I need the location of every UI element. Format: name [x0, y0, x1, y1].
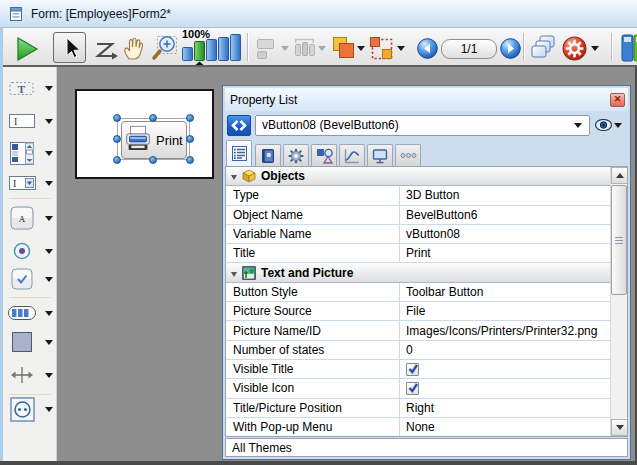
- gear-tab-icon: [288, 148, 304, 164]
- group-button[interactable]: [369, 36, 395, 61]
- check-box-dropdown-arrow[interactable]: [45, 277, 53, 282]
- distribute-button[interactable]: [292, 36, 317, 59]
- tool-check-box[interactable]: [3, 265, 57, 293]
- view-options-button[interactable]: [590, 119, 626, 131]
- combo-box-dropdown-arrow[interactable]: [45, 181, 53, 186]
- plugin-area-dropdown-arrow[interactable]: [45, 407, 53, 412]
- selection-handle[interactable]: [186, 135, 194, 143]
- splitter-dropdown-arrow[interactable]: [45, 373, 53, 378]
- zoom-level-bars[interactable]: [182, 34, 242, 65]
- selection-handle[interactable]: [113, 114, 121, 122]
- next-page-button[interactable]: [500, 38, 521, 59]
- property-value: File: [406, 304, 425, 318]
- property-section-header[interactable]: Objects: [226, 167, 610, 186]
- eye-icon: [595, 119, 612, 131]
- property-label: Picture Name/ID: [226, 324, 399, 338]
- property-row[interactable]: Visible Icon: [226, 379, 610, 398]
- scroll-thumb[interactable]: [611, 185, 627, 295]
- entry-order-button[interactable]: [93, 38, 118, 62]
- property-scrollbar[interactable]: [610, 167, 627, 436]
- property-tab-book[interactable]: [255, 144, 281, 166]
- previous-page-button[interactable]: [417, 38, 438, 59]
- property-label: With Pop-up Menu: [226, 420, 399, 434]
- button-dropdown-arrow[interactable]: [45, 216, 53, 221]
- selection-tool-button[interactable]: [53, 32, 86, 63]
- selection-handle[interactable]: [113, 156, 121, 164]
- display-views-button[interactable]: [529, 34, 557, 62]
- selection-handle[interactable]: [149, 114, 157, 122]
- move-tool-button[interactable]: [121, 34, 147, 62]
- tool-list-box[interactable]: [3, 139, 57, 167]
- close-button[interactable]: ✕: [610, 93, 625, 107]
- tool-progress-indicator[interactable]: [3, 299, 57, 327]
- distribute-dropdown-arrow[interactable]: [318, 46, 326, 51]
- zoom-tool-button[interactable]: [150, 33, 179, 63]
- property-section-header[interactable]: Text and Picture: [226, 263, 610, 282]
- property-tab-more[interactable]: [395, 144, 421, 166]
- property-label: Visible Icon: [226, 381, 399, 395]
- collapse-arrow-icon[interactable]: [231, 272, 237, 277]
- tool-rectangle[interactable]: [3, 328, 57, 356]
- object-selector-combobox[interactable]: vButton08 (BevelButton6): [255, 115, 590, 136]
- book-tab-icon: [260, 148, 276, 164]
- toolbar: 100% 1/1: [0, 28, 637, 67]
- property-label: Variable Name: [226, 227, 399, 241]
- tool-plugin-area[interactable]: [3, 395, 57, 423]
- property-row[interactable]: Title/Picture PositionRight: [226, 399, 610, 418]
- property-tab-curve[interactable]: [339, 144, 365, 166]
- checkbox-checked[interactable]: [406, 382, 419, 395]
- tool-button[interactable]: A: [3, 204, 57, 232]
- property-row[interactable]: Button StyleToolbar Button: [226, 283, 610, 302]
- execute-form-button[interactable]: [14, 36, 40, 62]
- level-dropdown-arrow[interactable]: [357, 46, 365, 51]
- property-list-titlebar[interactable]: Property List ✕: [225, 88, 628, 111]
- preferences-button[interactable]: [562, 36, 587, 61]
- selection-handle[interactable]: [113, 135, 121, 143]
- property-tab-shapes[interactable]: [311, 144, 337, 166]
- group-dropdown-arrow[interactable]: [397, 46, 405, 51]
- checkbox-checked[interactable]: [406, 363, 419, 376]
- property-row[interactable]: Type3D Button: [226, 186, 610, 205]
- print-button-object[interactable]: Print: [121, 121, 187, 159]
- page-indicator[interactable]: 1/1: [441, 39, 497, 59]
- scroll-up-button[interactable]: [611, 167, 628, 184]
- property-row[interactable]: Picture SourceFile: [226, 302, 610, 321]
- align-button[interactable]: [256, 37, 276, 59]
- object-navigator-button[interactable]: [227, 115, 251, 136]
- property-row[interactable]: Visible Title: [226, 360, 610, 379]
- property-row[interactable]: Variable NamevButton08: [226, 225, 610, 244]
- property-row[interactable]: With Pop-up MenuNone: [226, 418, 610, 437]
- property-value: 3D Button: [406, 188, 459, 202]
- align-dropdown-arrow[interactable]: [281, 46, 289, 51]
- tool-splitter[interactable]: [3, 361, 57, 389]
- scroll-down-button[interactable]: [611, 419, 628, 436]
- property-tab-list[interactable]: [226, 140, 252, 166]
- property-tab-display[interactable]: [367, 144, 393, 166]
- text-dropdown-arrow[interactable]: [45, 86, 53, 91]
- tool-text[interactable]: T: [3, 74, 57, 102]
- tool-input[interactable]: I: [3, 107, 57, 135]
- list-box-icon: [3, 142, 41, 165]
- property-value: Images/Icons/Printers/Printer32.png: [406, 324, 597, 338]
- rectangle-dropdown-arrow[interactable]: [45, 340, 53, 345]
- tool-radio-button[interactable]: [3, 237, 57, 265]
- property-row[interactable]: Picture Name/IDImages/Icons/Printers/Pri…: [226, 321, 610, 340]
- collapse-arrow-icon[interactable]: [231, 175, 237, 180]
- themes-bar[interactable]: All Themes: [225, 438, 628, 457]
- property-tab-gear[interactable]: [283, 144, 309, 166]
- list-box-dropdown-arrow[interactable]: [45, 151, 53, 156]
- selection-handle[interactable]: [149, 156, 157, 164]
- input-dropdown-arrow[interactable]: [45, 119, 53, 124]
- radio-button-dropdown-arrow[interactable]: [45, 249, 53, 254]
- tool-combo-box[interactable]: I: [3, 169, 57, 197]
- progress-indicator-dropdown-arrow[interactable]: [45, 311, 53, 316]
- property-row[interactable]: Number of states0: [226, 341, 610, 360]
- library-button[interactable]: [621, 33, 637, 62]
- property-row[interactable]: TitlePrint: [226, 244, 610, 263]
- level-button[interactable]: [331, 36, 356, 61]
- property-value: Print: [406, 246, 431, 260]
- selection-handle[interactable]: [186, 114, 194, 122]
- selection-handle[interactable]: [186, 156, 194, 164]
- property-row[interactable]: Object NameBevelButton6: [226, 206, 610, 225]
- preferences-dropdown-arrow[interactable]: [591, 46, 599, 51]
